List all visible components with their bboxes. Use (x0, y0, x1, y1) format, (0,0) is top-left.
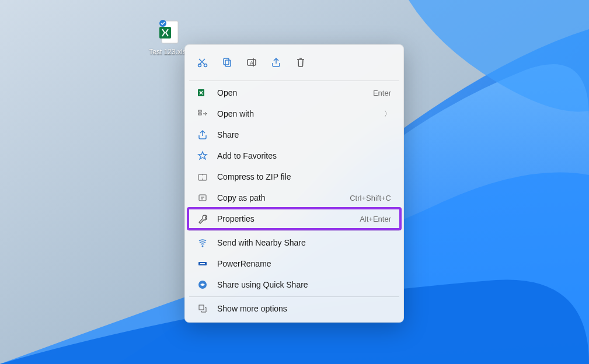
menu-divider (189, 296, 399, 297)
menu-item-open[interactable]: Open Enter (188, 82, 400, 103)
svg-rect-16 (199, 195, 206, 201)
menu-item-quick-share[interactable]: Share using Quick Share (188, 274, 400, 295)
menu-item-label: PowerRename (217, 259, 391, 268)
menu-shortcut: Alt+Enter (360, 215, 391, 223)
delete-button[interactable] (290, 51, 312, 74)
svg-rect-13 (198, 113, 201, 115)
menu-item-label: Copy as path (217, 193, 350, 202)
menu-item-share[interactable]: Share (188, 124, 400, 145)
chevron-right-icon: 〉 (384, 109, 391, 119)
more-options-icon (197, 303, 208, 314)
copy-path-icon (197, 192, 208, 203)
wrench-icon (197, 214, 208, 224)
star-icon (197, 150, 208, 161)
excel-file-icon (156, 19, 183, 46)
copy-button[interactable] (216, 51, 238, 74)
menu-item-nearby-share[interactable]: Send with Nearby Share (188, 232, 400, 253)
menu-item-label: Show more options (217, 304, 391, 313)
menu-item-label: Add to Favorites (217, 151, 391, 160)
menu-item-copy-path[interactable]: Copy as path Ctrl+Shift+C (188, 187, 400, 208)
desktop-file-icon[interactable]: Test 123.xlsx (149, 19, 190, 56)
svg-rect-7 (225, 60, 231, 66)
open-with-icon (197, 108, 208, 119)
share-icon (270, 57, 282, 68)
share-arrow-icon (197, 130, 208, 140)
svg-rect-6 (224, 58, 229, 65)
menu-item-label: Compress to ZIP file (217, 172, 391, 181)
power-rename-icon (197, 258, 208, 269)
zip-icon (197, 172, 208, 182)
nearby-share-icon (197, 237, 208, 248)
menu-item-label: Open with (217, 109, 384, 118)
context-menu-action-row: A (188, 48, 400, 79)
desktop-file-label: Test 123.xlsx (149, 48, 189, 56)
svg-rect-12 (198, 110, 201, 112)
menu-divider (189, 230, 399, 231)
share-action-button[interactable] (265, 51, 287, 74)
menu-item-label: Properties (217, 214, 360, 223)
menu-item-properties[interactable]: Properties Alt+Enter (188, 208, 400, 229)
rename-icon: A (246, 57, 257, 68)
excel-icon (197, 88, 208, 98)
menu-item-power-rename[interactable]: PowerRename (188, 253, 400, 274)
svg-point-4 (198, 64, 201, 67)
context-menu: A Open Enter Open with 〉 Share Add to Fa… (184, 44, 404, 323)
menu-item-label: Share (217, 130, 391, 139)
menu-item-label: Share using Quick Share (217, 280, 391, 289)
svg-rect-21 (200, 263, 205, 264)
svg-rect-23 (199, 305, 204, 310)
menu-item-open-with[interactable]: Open with 〉 (188, 103, 400, 124)
menu-divider (189, 80, 399, 81)
rename-button[interactable]: A (241, 51, 263, 74)
menu-item-label: Open (217, 88, 373, 97)
menu-shortcut: Enter (373, 89, 391, 97)
menu-shortcut: Ctrl+Shift+C (350, 194, 391, 202)
quick-share-icon (197, 279, 208, 290)
menu-item-more-options[interactable]: Show more options (188, 298, 400, 319)
menu-item-compress[interactable]: Compress to ZIP file (188, 166, 400, 187)
copy-icon (221, 57, 233, 68)
svg-point-19 (202, 246, 204, 247)
svg-point-5 (204, 64, 207, 67)
menu-item-label: Send with Nearby Share (217, 238, 391, 247)
trash-icon (295, 57, 306, 68)
menu-item-favorites[interactable]: Add to Favorites (188, 145, 400, 166)
scissors-icon (197, 57, 208, 68)
svg-text:A: A (250, 60, 253, 66)
cut-button[interactable] (191, 51, 214, 74)
